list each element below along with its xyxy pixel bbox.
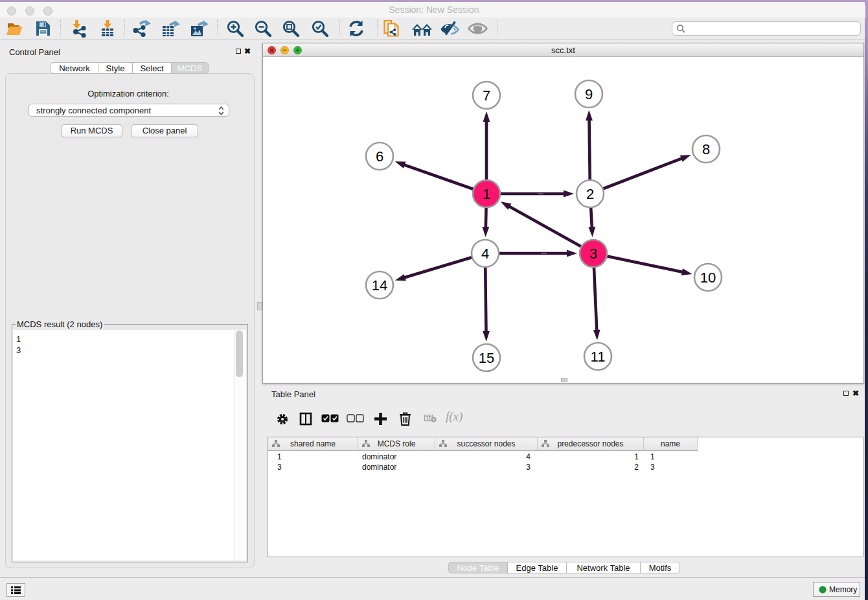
svg-text:10: 10 [700,270,716,286]
svg-text:7: 7 [483,87,490,104]
svg-text:4: 4 [481,246,489,262]
svg-text:9: 9 [585,86,593,102]
svg-text:2: 2 [586,186,594,202]
svg-text:14: 14 [372,277,387,294]
svg-text:15: 15 [479,350,494,366]
svg-text:8: 8 [702,141,710,157]
svg-text:1: 1 [483,186,490,202]
svg-text:6: 6 [376,148,383,165]
svg-text:3: 3 [589,246,597,262]
svg-text:11: 11 [591,349,606,365]
